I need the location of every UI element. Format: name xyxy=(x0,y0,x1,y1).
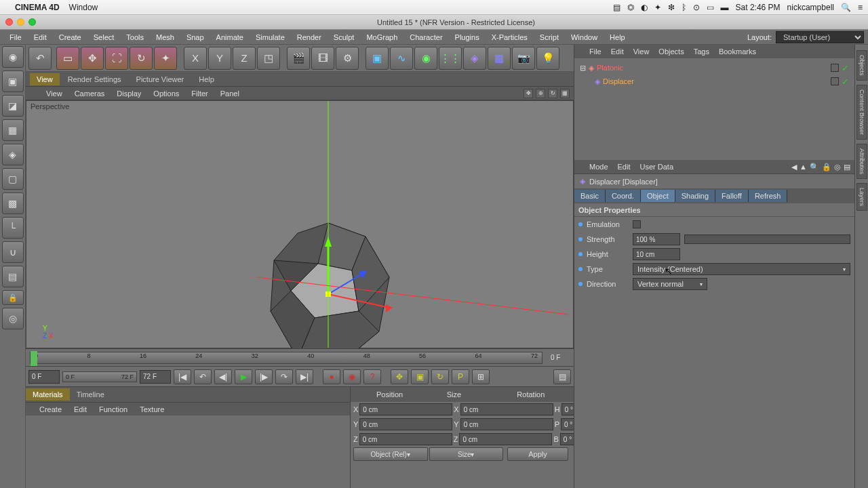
pos-x-field[interactable] xyxy=(359,403,452,415)
sidetab-content[interactable]: Content Browser xyxy=(856,85,867,140)
point-icon[interactable]: ◈ xyxy=(2,144,24,165)
render-pv-icon[interactable]: 🎞 xyxy=(311,47,334,70)
play-icon[interactable]: ▶ xyxy=(235,369,252,384)
vp-nav-icon[interactable]: ↻ xyxy=(548,89,557,98)
tab-falloff[interactable]: Falloff xyxy=(715,190,749,202)
mat-texture[interactable]: Texture xyxy=(140,405,164,413)
y-axis-icon[interactable]: Y xyxy=(208,47,231,70)
menu-character[interactable]: Character xyxy=(404,32,448,43)
spotlight-icon[interactable]: 🔍 xyxy=(841,3,851,12)
vp-options[interactable]: Options xyxy=(153,89,179,98)
coord-system-icon[interactable]: ◳ xyxy=(257,47,280,70)
tab-materials[interactable]: Materials xyxy=(26,388,70,401)
menu-file[interactable]: File xyxy=(4,32,27,43)
maximize-icon[interactable] xyxy=(28,18,36,26)
menubar-icon[interactable]: ▤ xyxy=(613,3,620,12)
menu-xparticles[interactable]: X-Particles xyxy=(486,32,533,43)
sidetab-objects[interactable]: Objects xyxy=(856,50,867,81)
flag-icon[interactable]: ▬ xyxy=(721,3,729,12)
direction-select[interactable]: Vertex normal▾ xyxy=(633,278,707,290)
om-objects[interactable]: Objects xyxy=(658,47,684,56)
airplay-icon[interactable]: ▭ xyxy=(707,3,714,12)
prev-key-icon[interactable]: ↶ xyxy=(194,369,212,384)
scrub-bar[interactable]: 0 F72 F xyxy=(62,371,137,382)
rotate-tool-icon[interactable]: ↻ xyxy=(130,47,153,70)
environment-icon[interactable]: ▦ xyxy=(488,47,511,70)
workplane-icon[interactable]: ▤ xyxy=(2,266,24,287)
sidetab-attributes[interactable]: Attributes xyxy=(856,144,867,179)
enable-toggle[interactable]: ✓ xyxy=(842,63,849,73)
menu-simulate[interactable]: Simulate xyxy=(250,32,290,43)
viewport[interactable]: Perspective xyxy=(26,100,574,348)
tab-render-settings[interactable]: Render Settings xyxy=(61,73,128,85)
go-start-icon[interactable]: |◀ xyxy=(174,369,191,384)
cube-icon[interactable]: ▣ xyxy=(2,70,24,92)
coord-size-select[interactable]: Size ▾ xyxy=(429,447,504,461)
tree-node-platonic[interactable]: ⊟ ◈ Platonic ✓ xyxy=(580,61,849,75)
tab-timeline[interactable]: Timeline xyxy=(70,388,111,401)
apply-button[interactable]: Apply xyxy=(507,447,568,461)
emulation-checkbox[interactable] xyxy=(633,220,641,228)
array-icon[interactable]: ⋮⋮ xyxy=(439,47,462,70)
menubar-icon[interactable]: ⏣ xyxy=(627,3,634,12)
menu-render[interactable]: Render xyxy=(292,32,327,43)
back-icon[interactable]: ◀ xyxy=(791,163,797,171)
minimize-icon[interactable] xyxy=(17,18,24,26)
menu-mesh[interactable]: Mesh xyxy=(151,32,180,43)
expand-icon[interactable]: ⊟ xyxy=(580,64,586,73)
menu-create[interactable]: Create xyxy=(54,32,87,43)
key-pla-icon[interactable]: ⊞ xyxy=(472,369,490,384)
am-userdata[interactable]: User Data xyxy=(640,163,674,171)
menu-edit[interactable]: Edit xyxy=(28,32,52,43)
wifi-icon[interactable]: ⊙ xyxy=(693,3,700,12)
vp-filter[interactable]: Filter xyxy=(191,89,208,98)
mat-function[interactable]: Function xyxy=(99,405,127,413)
tab-shading[interactable]: Shading xyxy=(675,190,715,202)
playhead[interactable] xyxy=(31,351,37,366)
move-tool-icon[interactable]: ✥ xyxy=(81,47,104,70)
dope-icon[interactable]: ▤ xyxy=(553,369,571,384)
visibility-toggle[interactable] xyxy=(831,77,839,85)
axis-icon[interactable]: └ xyxy=(2,217,24,239)
strength-slider[interactable] xyxy=(684,235,850,244)
timeline-track[interactable]: 0 8 16 24 32 40 48 56 64 72 xyxy=(30,352,542,364)
pos-z-field[interactable] xyxy=(359,433,452,445)
lock-icon[interactable]: 🔒 xyxy=(2,290,24,305)
pos-y-field[interactable] xyxy=(359,418,452,430)
menu-snap[interactable]: Snap xyxy=(181,32,210,43)
edge-icon[interactable]: ◪ xyxy=(2,95,24,117)
size-y-field[interactable] xyxy=(460,418,553,430)
menubar-icon[interactable]: ❇ xyxy=(668,3,675,12)
om-file[interactable]: File xyxy=(589,47,601,56)
deformer-icon[interactable]: ◈ xyxy=(463,47,486,70)
z-axis-icon[interactable]: Z xyxy=(233,47,256,70)
tab-object[interactable]: Object xyxy=(641,190,675,202)
up-icon[interactable]: ▲ xyxy=(800,163,807,171)
menu-select[interactable]: Select xyxy=(88,32,120,43)
vp-panel[interactable]: Panel xyxy=(220,89,239,98)
cube-primitive-icon[interactable]: ▣ xyxy=(366,47,389,70)
notifications-icon[interactable]: ≡ xyxy=(858,3,863,12)
model-icon[interactable]: ▢ xyxy=(2,168,24,190)
om-bookmarks[interactable]: Bookmarks xyxy=(719,47,756,56)
lock-icon[interactable]: 🔒 xyxy=(822,163,831,171)
render-view-icon[interactable]: 🎬 xyxy=(287,47,310,70)
menu-icon[interactable]: ▤ xyxy=(844,163,850,171)
misc-icon[interactable]: ◎ xyxy=(2,308,24,329)
username[interactable]: nickcampbell xyxy=(787,3,834,12)
enable-toggle[interactable]: ✓ xyxy=(842,77,849,87)
search-icon[interactable]: 🔍 xyxy=(810,163,819,171)
om-view[interactable]: View xyxy=(633,47,650,56)
tab-picture-viewer[interactable]: Picture Viewer xyxy=(130,73,191,85)
prev-frame-icon[interactable]: ◀| xyxy=(214,369,232,384)
type-select[interactable]: Intensity (Centered)▾ xyxy=(633,263,850,275)
size-x-field[interactable] xyxy=(460,403,553,415)
camera-icon[interactable]: 📷 xyxy=(512,47,535,70)
menu-tools[interactable]: Tools xyxy=(121,32,149,43)
bluetooth-icon[interactable]: ᛒ xyxy=(682,3,686,12)
menu-animate[interactable]: Animate xyxy=(211,32,249,43)
menubar-icon[interactable]: ◐ xyxy=(641,3,648,12)
key-param-icon[interactable]: P xyxy=(452,369,469,384)
menu-mograph[interactable]: MoGraph xyxy=(361,32,403,43)
size-z-field[interactable] xyxy=(459,433,552,445)
